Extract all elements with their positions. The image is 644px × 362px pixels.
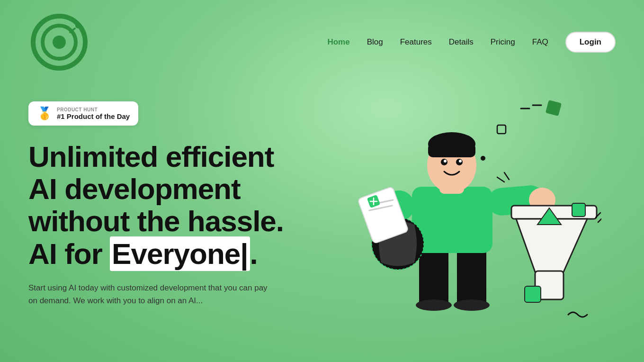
svg-point-3 (75, 23, 81, 28)
svg-point-20 (459, 160, 462, 163)
nav-faq[interactable]: FAQ (532, 37, 548, 47)
svg-rect-37 (525, 286, 541, 302)
main-content: 🥇 PRODUCT HUNT #1 Product of the Day Unl… (0, 73, 644, 329)
nav-pricing[interactable]: Pricing (491, 37, 515, 47)
navbar: Home Blog Features Details Pricing FAQ L… (0, 0, 644, 73)
login-button[interactable]: Login (565, 32, 616, 53)
svg-line-40 (504, 172, 509, 180)
hero-illustration (322, 82, 616, 329)
producthunt-badge: 🥇 PRODUCT HUNT #1 Product of the Day (28, 101, 138, 126)
ph-text-group: PRODUCT HUNT #1 Product of the Day (57, 107, 130, 120)
svg-line-42 (598, 217, 601, 222)
ph-label: PRODUCT HUNT (57, 107, 130, 112)
illustration-svg (336, 82, 601, 329)
nav-links: Home Blog Features Details Pricing FAQ L… (327, 32, 616, 53)
logo-icon (28, 11, 90, 73)
svg-line-39 (497, 177, 504, 182)
hero-subtext: Start using AI today with customized dev… (28, 281, 275, 307)
nav-home[interactable]: Home (327, 37, 349, 47)
hero-highlight: Everyone| (110, 236, 250, 271)
svg-point-10 (416, 299, 452, 311)
nav-blog[interactable]: Blog (367, 37, 383, 47)
ph-title: #1 Product of the Day (57, 112, 130, 120)
medal-icon: 🥇 (37, 106, 52, 121)
svg-point-11 (454, 299, 490, 311)
svg-rect-43 (497, 125, 506, 134)
hero-line4-suffix: . (250, 237, 258, 270)
svg-point-2 (53, 36, 66, 49)
svg-rect-36 (572, 203, 585, 217)
hero-line4-prefix: AI for (28, 237, 110, 270)
svg-rect-16 (428, 143, 475, 157)
hero-left: 🥇 PRODUCT HUNT #1 Product of the Day Unl… (28, 92, 322, 307)
hero-heading: Unlimited efficient AI development witho… (28, 141, 322, 270)
nav-details[interactable]: Details (449, 37, 474, 47)
svg-rect-5 (546, 100, 562, 116)
svg-rect-12 (412, 187, 492, 253)
svg-point-44 (481, 156, 485, 161)
svg-point-19 (444, 160, 447, 163)
logo[interactable] (28, 11, 90, 73)
hero-line2: AI development (28, 172, 241, 205)
hero-line3: without the hassle. (28, 205, 284, 237)
nav-features[interactable]: Features (400, 37, 432, 47)
hero-line1: Unlimited efficient (28, 140, 274, 173)
